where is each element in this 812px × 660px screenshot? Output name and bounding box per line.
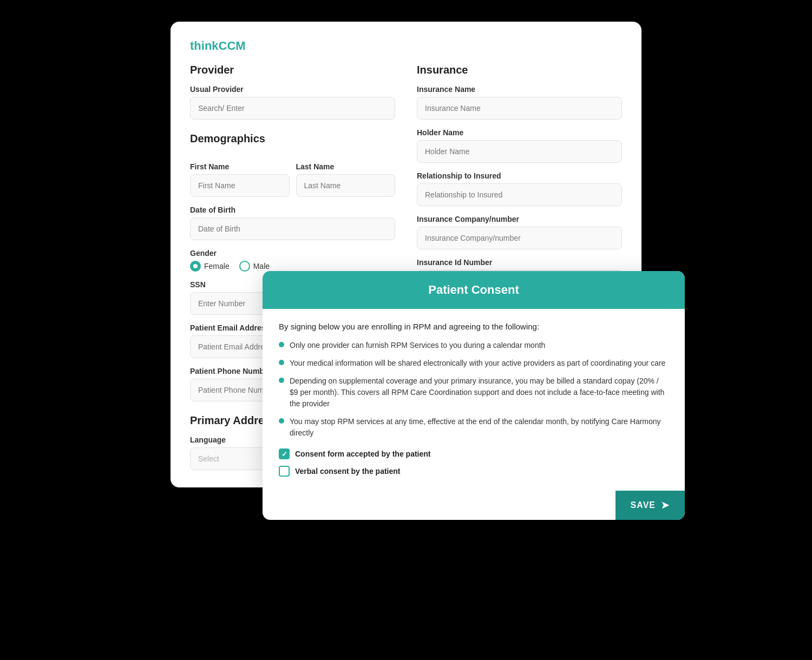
- female-label: Female: [204, 262, 230, 270]
- save-button[interactable]: SAVE ➤: [615, 491, 685, 520]
- insurance-title: Insurance: [417, 64, 622, 76]
- consent-modal: Patient Consent By signing below you are…: [263, 271, 685, 520]
- usual-provider-label: Usual Provider: [190, 85, 395, 94]
- consent-header: Patient Consent: [263, 271, 685, 309]
- dob-label: Date of Birth: [190, 206, 395, 214]
- consent-item-3-text: Depending on supplemental coverage and y…: [290, 375, 669, 410]
- provider-title: Provider: [190, 64, 395, 76]
- male-label: Male: [253, 262, 270, 270]
- consent-list: Only one provider can furnish RPM Servic…: [279, 340, 669, 439]
- first-name-field-wrap: First Name: [190, 154, 290, 197]
- checkbox-verbal-consent[interactable]: Verbal consent by the patient: [279, 466, 669, 477]
- checkbox-verbal-consent-box: [279, 466, 290, 477]
- consent-title: Patient Consent: [279, 283, 669, 297]
- consent-item-4: You may stop RPM services at any time, e…: [279, 416, 669, 439]
- first-name-input[interactable]: [190, 174, 290, 197]
- bullet-1: [279, 342, 284, 347]
- provider-section: Provider Usual Provider: [190, 64, 395, 120]
- usual-provider-input[interactable]: [190, 97, 395, 120]
- insurance-name-input[interactable]: [417, 97, 622, 120]
- insurance-name-label: Insurance Name: [417, 85, 622, 94]
- first-name-label: First Name: [190, 162, 290, 171]
- consent-item-1: Only one provider can furnish RPM Servic…: [279, 340, 669, 351]
- last-name-label: Last Name: [296, 162, 396, 171]
- female-radio-circle: [190, 261, 201, 272]
- holder-name-input[interactable]: [417, 140, 622, 163]
- consent-item-2: Your medical information will be shared …: [279, 358, 669, 369]
- insurance-company-label: Insurance Company/number: [417, 215, 622, 223]
- checkmark-1: ✓: [281, 450, 287, 458]
- gender-options: Female Male: [190, 261, 395, 272]
- bullet-2: [279, 360, 284, 365]
- insurance-section: Insurance Insurance Name Holder Name Rel…: [417, 64, 622, 293]
- consent-body: By signing below you are enrolling in RP…: [263, 309, 685, 487]
- female-radio[interactable]: Female: [190, 261, 230, 272]
- insurance-company-input[interactable]: [417, 227, 622, 249]
- bullet-4: [279, 418, 284, 424]
- consent-footer: SAVE ➤: [263, 487, 685, 520]
- checkbox-verbal-consent-label: Verbal consent by the patient: [295, 467, 401, 476]
- last-name-field-wrap: Last Name: [296, 154, 396, 197]
- relationship-input[interactable]: [417, 183, 622, 206]
- male-radio[interactable]: Male: [239, 261, 270, 272]
- checkbox-consent-form[interactable]: ✓ Consent form accepted by the patient: [279, 448, 669, 459]
- save-label: SAVE: [631, 500, 656, 510]
- bullet-3: [279, 378, 284, 383]
- insurance-id-label: Insurance Id Number: [417, 258, 622, 267]
- consent-checkboxes: ✓ Consent form accepted by the patient V…: [279, 448, 669, 477]
- last-name-input[interactable]: [296, 174, 396, 197]
- save-arrow-icon: ➤: [661, 499, 670, 511]
- checkbox-consent-form-label: Consent form accepted by the patient: [295, 450, 430, 458]
- relationship-label: Relationship to Insured: [417, 171, 622, 180]
- main-card: thinkCCM Provider Usual Provider Demogra…: [171, 22, 641, 487]
- gender-label: Gender: [190, 249, 395, 258]
- dob-input[interactable]: [190, 217, 395, 240]
- demographics-title: Demographics: [190, 133, 395, 145]
- app-logo: thinkCCM: [190, 39, 622, 53]
- name-fields-row: First Name Last Name: [190, 154, 395, 197]
- consent-item-1-text: Only one provider can furnish RPM Servic…: [290, 340, 545, 351]
- holder-name-label: Holder Name: [417, 128, 622, 137]
- consent-intro: By signing below you are enrolling in RP…: [279, 322, 669, 331]
- consent-item-4-text: You may stop RPM services at any time, e…: [290, 416, 669, 439]
- consent-item-2-text: Your medical information will be shared …: [290, 358, 665, 369]
- male-radio-circle: [239, 261, 250, 272]
- consent-item-3: Depending on supplemental coverage and y…: [279, 375, 669, 410]
- checkbox-consent-form-box: ✓: [279, 448, 290, 459]
